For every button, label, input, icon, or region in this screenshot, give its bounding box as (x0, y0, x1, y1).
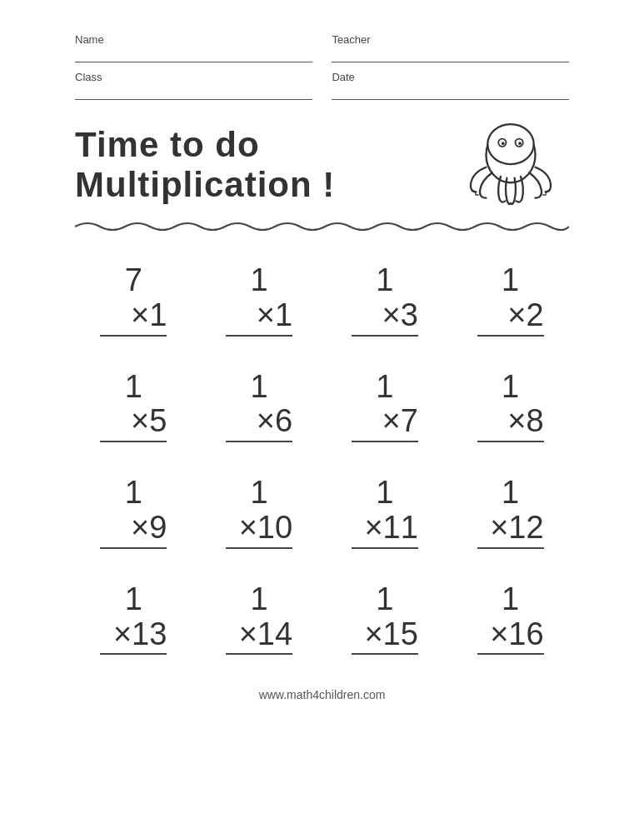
problem-7: 1×7 (327, 370, 444, 443)
problem-top-8: 1 (502, 370, 519, 405)
problem-top-16: 1 (502, 582, 519, 617)
problems-grid: 7×11×11×31×21×51×61×71×81×91×101×111×121… (75, 263, 569, 655)
problem-multiplier-16: ×16 (477, 617, 544, 656)
problem-multiplier-8: ×8 (477, 404, 544, 442)
problem-8: 1×8 (452, 370, 569, 443)
problem-10: 1×10 (201, 476, 318, 549)
name-label: Name (75, 33, 312, 46)
problem-12: 1×12 (452, 476, 569, 549)
problem-top-14: 1 (251, 582, 268, 617)
octopus-illustration (452, 115, 569, 215)
problem-11: 1×11 (327, 476, 444, 549)
problem-multiplier-10: ×10 (226, 511, 292, 549)
problem-multiplier-6: ×6 (226, 404, 292, 442)
header-section: Time to do Multiplication ! (75, 115, 569, 215)
problem-top-6: 1 (251, 370, 268, 405)
problem-3: 1×3 (327, 263, 444, 337)
worksheet-page: Name Teacher Class Date Time to do Multi… (0, 0, 644, 833)
problem-5: 1×5 (75, 370, 192, 443)
teacher-field: Teacher (332, 33, 569, 62)
problem-9: 1×9 (75, 476, 192, 549)
problem-multiplier-11: ×11 (352, 511, 418, 549)
problem-multiplier-9: ×9 (100, 511, 167, 549)
teacher-label: Teacher (332, 33, 569, 46)
problem-top-3: 1 (376, 263, 393, 298)
problem-top-1: 7 (125, 263, 142, 298)
problem-top-12: 1 (502, 476, 519, 511)
problem-multiplier-5: ×5 (100, 404, 167, 442)
form-row-2: Class Date (75, 71, 569, 100)
problem-multiplier-12: ×12 (477, 511, 544, 549)
svg-point-5 (518, 142, 522, 145)
website-footer: www.math4children.com (75, 688, 569, 701)
problem-15: 1×15 (327, 582, 444, 656)
problem-top-15: 1 (376, 582, 393, 617)
name-line (75, 47, 312, 62)
form-row-1: Name Teacher (75, 33, 569, 62)
class-field: Class (75, 71, 312, 100)
problem-multiplier-14: ×14 (226, 617, 292, 656)
problem-13: 1×13 (75, 582, 192, 656)
problem-6: 1×6 (201, 370, 318, 443)
problem-2: 1×1 (201, 263, 318, 337)
problem-multiplier-3: ×3 (352, 298, 418, 337)
problem-top-11: 1 (376, 476, 393, 511)
problem-top-9: 1 (125, 476, 142, 511)
class-line (75, 85, 312, 100)
problem-multiplier-2: ×1 (226, 298, 292, 337)
name-field: Name (75, 33, 312, 62)
teacher-line (332, 47, 569, 62)
problem-top-4: 1 (502, 263, 519, 298)
problem-multiplier-4: ×2 (477, 298, 544, 337)
svg-point-4 (502, 142, 505, 145)
problem-multiplier-1: ×1 (100, 298, 167, 337)
problem-top-13: 1 (125, 582, 142, 617)
problem-multiplier-7: ×7 (352, 404, 418, 442)
class-label: Class (75, 71, 312, 83)
problem-14: 1×14 (201, 582, 318, 656)
problem-multiplier-15: ×15 (352, 617, 418, 656)
date-field: Date (332, 71, 569, 100)
problem-top-2: 1 (251, 263, 268, 298)
problem-multiplier-13: ×13 (100, 617, 167, 656)
svg-point-1 (487, 124, 533, 164)
wavy-divider (75, 218, 569, 235)
date-line (332, 85, 569, 100)
problem-top-5: 1 (125, 370, 142, 405)
date-label: Date (332, 71, 569, 83)
problem-1: 7×1 (75, 263, 192, 337)
problem-16: 1×16 (452, 582, 569, 656)
problem-4: 1×2 (452, 263, 569, 337)
problem-top-10: 1 (251, 476, 268, 511)
worksheet-title: Time to do Multiplication ! (75, 125, 335, 206)
problem-top-7: 1 (376, 370, 393, 405)
